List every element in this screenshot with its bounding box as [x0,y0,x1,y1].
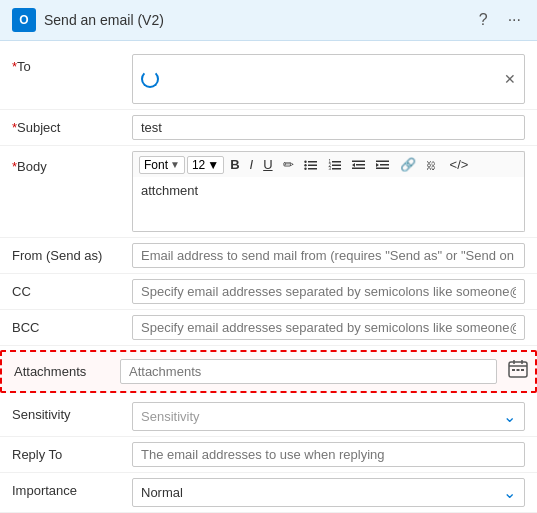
svg-rect-0 [308,161,317,163]
svg-rect-1 [308,164,317,166]
svg-text:3: 3 [328,166,331,171]
reply-to-row: Reply To [0,437,537,473]
help-button[interactable]: ? [475,9,492,31]
sensitivity-placeholder: Sensitivity [141,409,503,424]
to-row: *To ✕ [0,49,537,110]
decrease-indent-button[interactable] [348,156,370,174]
svg-rect-7 [332,164,341,166]
clear-to-icon[interactable]: ✕ [504,71,516,87]
subject-row: *Subject [0,110,537,146]
svg-point-4 [304,164,306,166]
link-button[interactable]: 🔗 [396,155,420,174]
unlink-button[interactable]: ⛓ [422,156,444,174]
from-row: From (Send as) [0,238,537,274]
italic-button[interactable]: I [246,155,258,174]
bcc-field-value [132,315,525,340]
body-editor[interactable]: attchment [132,177,525,232]
size-value: 12 [192,158,205,172]
reply-to-label: Reply To [12,442,132,462]
bold-button[interactable]: B [226,155,243,174]
title-actions: ? ··· [475,9,525,31]
svg-marker-19 [376,163,379,167]
svg-rect-14 [352,167,365,169]
importance-label: Importance [12,478,132,498]
from-label: From (Send as) [12,243,132,263]
body-label: *Body [12,151,132,174]
font-dropdown-icon: ▼ [170,159,180,170]
size-dropdown[interactable]: 12 ▼ [187,156,224,174]
subject-input[interactable] [132,115,525,140]
subject-label: *Subject [12,115,132,135]
numbered-list-icon: 123 [328,158,342,172]
attachments-input[interactable] [120,359,497,384]
attachments-icon-button[interactable] [505,356,531,387]
cc-field-value [132,279,525,304]
window-title: Send an email (V2) [44,12,164,28]
svg-marker-15 [352,163,355,167]
size-dropdown-icon: ▼ [207,158,219,172]
sensitivity-label: Sensitivity [12,402,132,422]
sensitivity-row: Sensitivity Sensitivity ⌄ [0,397,537,437]
subject-field-value [132,115,525,140]
svg-rect-18 [376,167,389,169]
svg-point-5 [304,167,306,169]
importance-arrow-icon: ⌄ [503,483,516,502]
cc-input[interactable] [132,279,525,304]
numbered-list-button[interactable]: 123 [324,156,346,174]
importance-value: Normal [141,485,503,500]
svg-rect-13 [356,164,365,166]
body-row: *Body Font ▼ 12 ▼ B I U ✏ [0,146,537,238]
unlink-icon: ⛓ [426,158,440,172]
bcc-row: BCC [0,310,537,346]
attachments-row: Attachments [0,350,537,393]
svg-point-3 [304,160,306,162]
code-button[interactable]: </> [446,155,473,174]
body-field-value: Font ▼ 12 ▼ B I U ✏ 123 [132,151,525,232]
cc-label: CC [12,279,132,299]
attachments-label: Attachments [2,364,112,379]
to-label: *To [12,54,132,74]
sensitivity-dropdown[interactable]: Sensitivity ⌄ [132,402,525,431]
body-toolbar: Font ▼ 12 ▼ B I U ✏ 123 [132,151,525,177]
cc-row: CC [0,274,537,310]
svg-rect-6 [332,161,341,163]
attachments-outer: Attachments [0,346,537,397]
app-icon: O [12,8,36,32]
font-label: Font [144,158,168,172]
decrease-indent-icon [352,158,366,172]
svg-rect-12 [352,160,365,162]
svg-rect-27 [521,369,524,371]
svg-rect-2 [308,168,317,170]
svg-rect-16 [376,160,389,162]
svg-text:⛓: ⛓ [426,160,436,171]
loading-spinner [141,70,159,88]
importance-dropdown[interactable]: Normal ⌄ [132,478,525,507]
svg-rect-25 [512,369,515,371]
svg-rect-17 [380,164,389,166]
svg-rect-8 [332,168,341,170]
bullet-list-icon [304,158,318,172]
font-dropdown[interactable]: Font ▼ [139,156,185,174]
underline-button[interactable]: U [259,155,276,174]
more-options-button[interactable]: ··· [504,9,525,31]
increase-indent-button[interactable] [372,156,394,174]
to-input-wrapper[interactable]: ✕ [132,54,525,104]
svg-rect-26 [517,369,520,371]
bullet-list-button[interactable] [300,156,322,174]
calendar-icon [507,358,529,380]
from-field-value [132,243,525,268]
from-input[interactable] [132,243,525,268]
form-body: *To ✕ *Subject *Body Font ▼ [0,41,537,513]
sensitivity-arrow-icon: ⌄ [503,407,516,426]
bcc-input[interactable] [132,315,525,340]
importance-row: Importance Normal ⌄ [0,473,537,513]
reply-to-input[interactable] [132,442,525,467]
reply-to-field-value [132,442,525,467]
bcc-label: BCC [12,315,132,335]
title-left: O Send an email (V2) [12,8,164,32]
pencil-button[interactable]: ✏ [279,155,298,174]
sensitivity-field-value: Sensitivity ⌄ [132,402,525,431]
importance-field-value: Normal ⌄ [132,478,525,507]
to-field-value: ✕ [132,54,525,104]
increase-indent-icon [376,158,390,172]
